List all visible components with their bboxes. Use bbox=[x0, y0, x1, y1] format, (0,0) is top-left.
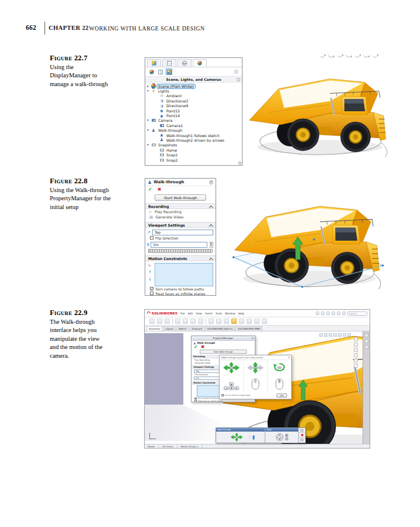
command-tab[interactable]: Assembly bbox=[146, 326, 162, 331]
toolbar-icon[interactable] bbox=[247, 319, 252, 324]
command-tab[interactable]: Sketch bbox=[176, 326, 189, 331]
command-tab[interactable]: Evaluate bbox=[189, 326, 204, 331]
follow-paths-checkbox[interactable]: ✓ bbox=[150, 287, 153, 290]
dialog-titlebar[interactable]: Walk-through Quick Start Instructions ✕ bbox=[220, 355, 291, 360]
look-dpad-control[interactable]: ▲▼◄► bbox=[276, 433, 284, 441]
recording-group-header[interactable]: Recording bbox=[145, 203, 216, 209]
tree-item[interactable]: Snap1 bbox=[155, 152, 242, 157]
settings-button[interactable] bbox=[299, 438, 305, 443]
tree-item[interactable]: Directional2 bbox=[155, 98, 242, 103]
infinite-planes-checkbox[interactable] bbox=[150, 292, 153, 295]
tree-item[interactable]: Directional4 bbox=[155, 104, 242, 108]
save-icon[interactable] bbox=[326, 312, 330, 315]
tree-item[interactable]: Point15 bbox=[155, 108, 242, 113]
toolbar-icon[interactable] bbox=[239, 319, 244, 324]
toolbar-icon[interactable] bbox=[254, 319, 259, 324]
zoom-out-icon[interactable]: − bbox=[285, 437, 288, 440]
zoom-in-icon[interactable]: + bbox=[285, 434, 288, 437]
elevation-arrows-control[interactable]: ▲▼ bbox=[252, 434, 255, 440]
expander-icon[interactable] bbox=[147, 90, 150, 93]
sketch-tool-icon[interactable] bbox=[336, 53, 343, 58]
ok-check-icon[interactable]: ✔ bbox=[148, 187, 152, 192]
follow-paths-checkbox-row[interactable]: ✓ Turn camera to follow paths bbox=[145, 286, 216, 291]
status-tab[interactable]: Motion Study 1 bbox=[181, 445, 203, 448]
view-settings-icon[interactable] bbox=[347, 333, 351, 337]
tree-item[interactable]: Camera1 bbox=[155, 123, 242, 128]
sketch-tool-icon[interactable] bbox=[327, 53, 334, 58]
motion-constraints-group-header[interactable]: Motion Constraints bbox=[145, 255, 216, 261]
status-tab[interactable]: 3D Views bbox=[162, 445, 177, 448]
tree-item[interactable]: Ambient bbox=[155, 94, 242, 98]
refresh-icon[interactable] bbox=[237, 78, 240, 81]
infinite-planes-checkbox[interactable] bbox=[194, 400, 197, 402]
infinite-planes-checkbox-row[interactable]: Treat faces as infinite planes bbox=[192, 400, 255, 403]
task-pane-icon[interactable] bbox=[364, 339, 368, 343]
constraint-selection-box[interactable] bbox=[155, 263, 213, 286]
menu-item[interactable]: Insert bbox=[205, 312, 213, 315]
rebuild-icon[interactable] bbox=[342, 312, 346, 315]
new-file-icon[interactable] bbox=[316, 312, 319, 315]
infinite-planes-checkbox-row[interactable]: Treat faces as infinite planes bbox=[145, 291, 216, 296]
up-direction-arrow[interactable] bbox=[299, 377, 308, 403]
generate-video-item[interactable]: ▤ Generate Video bbox=[145, 214, 216, 220]
up-arrow-icon[interactable]: ↑ bbox=[148, 270, 152, 275]
appearance-icon[interactable] bbox=[343, 333, 346, 337]
record-button[interactable] bbox=[299, 433, 305, 437]
ok-check-icon[interactable]: ✔ bbox=[194, 344, 198, 350]
toolbar-icon[interactable] bbox=[190, 319, 196, 324]
toolbar-icon[interactable] bbox=[165, 319, 170, 324]
eye-height-input[interactable]: 1m bbox=[151, 242, 207, 248]
flip-direction-checkbox-row[interactable]: Flip Direction bbox=[145, 235, 216, 240]
tree-item[interactable]: Home bbox=[155, 148, 242, 152]
hide-show-icon[interactable] bbox=[338, 333, 342, 337]
view-appearances-button[interactable] bbox=[148, 69, 155, 75]
view-decals-button[interactable] bbox=[157, 69, 163, 75]
tree-item[interactable]: Point14 bbox=[155, 113, 242, 118]
follow-paths-checkbox[interactable] bbox=[194, 398, 197, 400]
close-icon[interactable]: ✕ bbox=[251, 337, 254, 340]
side-tool-icon[interactable] bbox=[354, 353, 358, 357]
up-direction-arrow[interactable] bbox=[293, 237, 303, 260]
toolbar-icon[interactable] bbox=[198, 319, 203, 324]
tree-item[interactable]: Walk-through2 driven by arrows bbox=[155, 138, 242, 142]
snapshot-button[interactable] bbox=[299, 428, 305, 433]
side-tool-icon[interactable] bbox=[354, 343, 358, 347]
view-scene-lights-cameras-button[interactable] bbox=[166, 69, 172, 75]
side-tool-icon[interactable] bbox=[354, 364, 358, 368]
start-walkthrough-button[interactable]: Start Walk-through bbox=[155, 194, 206, 201]
dont-show-checkbox[interactable] bbox=[221, 394, 224, 396]
start-walkthrough-button[interactable]: Start Walk-through bbox=[200, 350, 247, 354]
help-icon[interactable]: ? bbox=[209, 180, 213, 184]
menu-item[interactable]: Window bbox=[225, 312, 235, 315]
tree-item[interactable]: Walk-through1 follows sketch bbox=[155, 133, 242, 138]
property-manager-tab[interactable] bbox=[162, 59, 176, 67]
command-tab[interactable]: SOLIDWORKS MBD bbox=[235, 326, 262, 331]
display-style-icon[interactable] bbox=[333, 333, 337, 337]
toolbar-icon[interactable] bbox=[209, 319, 214, 324]
ok-button[interactable]: OK bbox=[276, 393, 287, 398]
command-tab[interactable]: SOLIDWORKS Add-Ins bbox=[205, 326, 235, 331]
toolbar-icon[interactable] bbox=[149, 319, 155, 324]
print-icon[interactable] bbox=[332, 312, 335, 315]
sketch-tool-icon[interactable] bbox=[319, 53, 325, 58]
menu-item[interactable]: View bbox=[196, 312, 202, 315]
expander-icon[interactable] bbox=[147, 129, 150, 132]
status-tab[interactable]: Model bbox=[148, 445, 159, 448]
display-manager-tab[interactable] bbox=[193, 59, 207, 67]
search-box[interactable]: Search bbox=[347, 312, 367, 316]
height-slider[interactable] bbox=[148, 249, 213, 253]
spinner-control[interactable]: ▲▼ bbox=[209, 242, 213, 248]
menu-item[interactable]: File bbox=[180, 312, 185, 315]
toolbar-icon[interactable] bbox=[175, 319, 180, 324]
command-tab[interactable]: Layout bbox=[163, 326, 176, 331]
toolbar-icon[interactable] bbox=[183, 319, 188, 324]
menu-item[interactable]: Edit bbox=[188, 312, 193, 315]
sketch-tool-icon[interactable] bbox=[345, 53, 351, 58]
cancel-x-icon[interactable]: ✖ bbox=[158, 187, 162, 192]
viewport-settings-group-header[interactable]: Viewport Settings bbox=[145, 222, 216, 228]
side-tool-icon[interactable] bbox=[354, 358, 358, 362]
gear-icon[interactable]: ⚙ bbox=[234, 69, 239, 75]
tree-item[interactable]: Scene (Plain White) bbox=[147, 84, 242, 88]
configuration-manager-tab[interactable] bbox=[177, 59, 192, 67]
sketch-tool-icon[interactable] bbox=[363, 53, 369, 58]
